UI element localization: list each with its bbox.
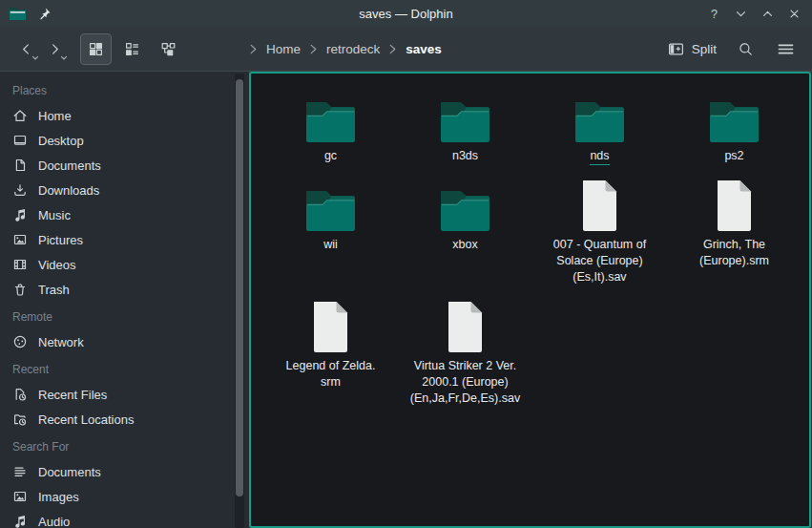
sidebar-item-label: Audio [38, 515, 70, 528]
view-icons-icon [88, 41, 104, 57]
minimize-button[interactable] [731, 4, 750, 23]
sidebar-item-label: Images [38, 490, 79, 504]
folder-item-gc[interactable]: gc [263, 89, 398, 164]
sidebar-item-images[interactable]: Images [0, 484, 249, 509]
window-controls: ? [704, 4, 803, 23]
sidebar-item-music[interactable]: Music [0, 202, 249, 227]
svg-text:?: ? [710, 7, 717, 20]
file-item-virtua-striker-2-ver-2000-1-europe-en-ja[interactable]: Virtua Striker 2 Ver. 2000.1 (Europe) (E… [398, 299, 532, 407]
tree-view-button[interactable] [153, 33, 184, 65]
folder-large-icon [438, 99, 492, 144]
sidebar-item-desktop[interactable]: Desktop [0, 128, 249, 153]
item-label: Legend of Zelda. srm [286, 358, 376, 391]
breadcrumb-separator-icon [309, 44, 318, 54]
sidebar-item-home[interactable]: Home [0, 103, 249, 128]
video-icon [12, 257, 28, 272]
item-label-text: n3ds [452, 149, 478, 162]
help-icon: ? [707, 7, 721, 21]
file-large-icon [444, 300, 487, 354]
chevron-left-icon [19, 42, 33, 56]
sidebar-item-label: Recent Files [38, 388, 107, 402]
item-icon-box [578, 178, 621, 233]
breadcrumb: Homeretrodecksaves [249, 42, 442, 56]
close-button[interactable] [784, 4, 803, 23]
chevron-right-icon [48, 42, 62, 56]
folder-view[interactable]: gcn3dsndsps2wiixbox007 - Quantum of Sola… [249, 72, 811, 528]
file-item-grinch-the-europe-srm[interactable]: Grinch, The (Europe).srm [667, 178, 802, 285]
item-label: nds [590, 148, 609, 164]
item-label: Grinch, The (Europe).srm [699, 237, 769, 269]
sidebar-item-label: Desktop [38, 134, 84, 148]
caret-down-icon [60, 55, 68, 61]
sidebar-item-recent-files[interactable]: Recent Files [0, 382, 249, 407]
close-icon [787, 7, 802, 21]
maximize-button[interactable] [758, 4, 777, 23]
item-label: xbox [452, 237, 477, 253]
item-icon-box [303, 178, 358, 233]
folder-app-icon [9, 6, 27, 21]
sidebar-item-label: Documents [38, 158, 101, 173]
menu-button[interactable] [770, 33, 801, 64]
item-label-text: Virtua Striker 2 Ver. 2000.1 (Europe) (E… [410, 359, 520, 405]
sidebar-item-label: Trash [38, 283, 70, 297]
details-view-button[interactable] [116, 33, 148, 65]
section-header-recent: Recent [0, 354, 249, 382]
image-icon [12, 489, 28, 504]
view-mode-group [80, 33, 184, 65]
section-header-remote: Remote [0, 302, 249, 329]
icons-view-button[interactable] [80, 33, 112, 65]
sidebar-item-label: Recent Locations [38, 412, 134, 427]
folder-item-xbox[interactable]: xbox [398, 178, 532, 285]
folder-item-ps2[interactable]: ps2 [667, 89, 802, 164]
sidebar-item-pictures[interactable]: Pictures [0, 227, 249, 252]
sidebar-item-recent-locations[interactable]: Recent Locations [0, 407, 249, 432]
split-label: Split [692, 42, 717, 56]
breadcrumb-segment-home[interactable]: Home [266, 42, 301, 56]
file-large-icon [309, 300, 352, 354]
item-icon-box [309, 299, 352, 354]
help-button[interactable]: ? [704, 4, 723, 23]
sidebar-item-label: Downloads [38, 183, 99, 198]
forward-button[interactable] [40, 32, 69, 66]
item-label-text: Grinch, The (Europe).srm [699, 238, 769, 267]
section-header-search-for: Search For [0, 432, 249, 459]
file-item-007-quantum-of-solace-europe-es-it-sav[interactable]: 007 - Quantum of Solace (Europe) (Es,It)… [532, 178, 667, 285]
item-label-text: xbox [452, 238, 477, 251]
breadcrumb-segment-retrodeck[interactable]: retrodeck [326, 42, 380, 56]
toolbar: Homeretrodecksaves Split [0, 27, 812, 72]
item-label: Virtua Striker 2 Ver. 2000.1 (Europe) (E… [410, 358, 520, 407]
sidebar-item-documents[interactable]: Documents [0, 153, 249, 178]
sidebar-item-label: Documents [38, 465, 101, 479]
sidebar-item-label: Videos [38, 258, 76, 272]
folder-large-icon [438, 188, 492, 233]
folder-item-n3ds[interactable]: n3ds [398, 89, 532, 164]
search-button[interactable] [730, 33, 760, 64]
sidebar-item-audio[interactable]: Audio [0, 509, 249, 528]
sidebar-item-documents[interactable]: Documents [0, 459, 249, 484]
item-icon-box [573, 89, 627, 144]
file-item-legend-of-zelda-srm[interactable]: Legend of Zelda. srm [263, 299, 398, 407]
folder-item-wii[interactable]: wii [263, 178, 398, 285]
breadcrumb-separator-icon [388, 44, 397, 54]
back-button[interactable] [11, 32, 40, 66]
text-lines-icon [12, 464, 28, 479]
file-large-icon [713, 179, 756, 233]
places-panel: PlacesHomeDesktopDocumentsDownloadsMusic… [0, 72, 249, 528]
folder-large-icon [303, 188, 358, 233]
item-label: n3ds [452, 148, 478, 164]
split-button[interactable]: Split [664, 36, 720, 62]
sidebar-item-trash[interactable]: Trash [0, 277, 249, 302]
item-label: wii [323, 237, 338, 253]
split-view-icon [668, 41, 684, 57]
sidebar-item-network[interactable]: Network [0, 329, 249, 354]
network-icon [12, 334, 28, 349]
breadcrumb-segment-saves[interactable]: saves [406, 42, 442, 56]
document-icon [12, 158, 28, 173]
sidebar-item-downloads[interactable]: Downloads [0, 178, 249, 202]
titlebar: saves — Dolphin ? [0, 0, 812, 27]
sidebar-scrollbar-thumb[interactable] [236, 79, 243, 496]
pin-icon[interactable] [37, 7, 52, 21]
item-icon-box [303, 89, 358, 144]
folder-item-nds[interactable]: nds [532, 89, 667, 164]
sidebar-item-videos[interactable]: Videos [0, 252, 249, 277]
